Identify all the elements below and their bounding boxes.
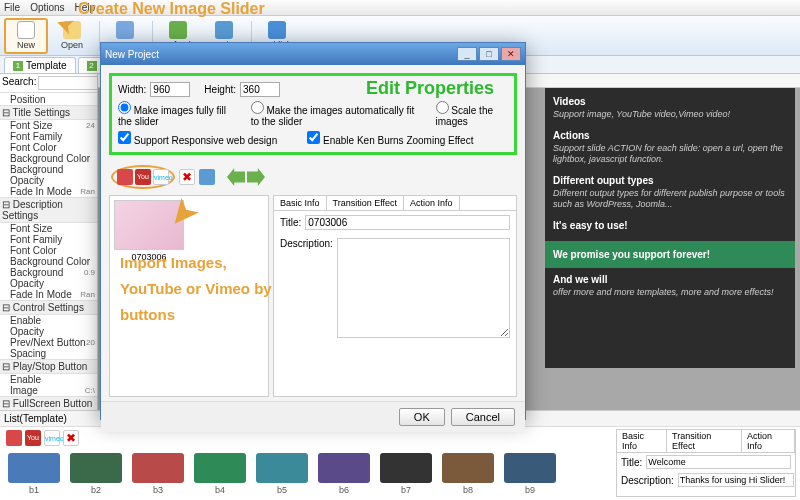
rinfo-tab-basic[interactable]: Basic Info — [617, 430, 667, 452]
edit-properties-label: Edit Properties — [366, 78, 494, 99]
menu-options[interactable]: Options — [30, 2, 64, 13]
properties-box: Edit Properties Width: Height: Make imag… — [109, 73, 517, 155]
publish-icon — [268, 21, 286, 39]
prop-ps-image[interactable]: ImageC:\ — [0, 385, 97, 396]
prop-position[interactable]: Position — [0, 94, 97, 105]
import-youtube-button[interactable]: You — [135, 169, 151, 185]
dialog-info-panel: Basic Info Transition Effect Action Info… — [273, 195, 517, 397]
add-youtube-icon[interactable]: You — [25, 430, 41, 446]
dialog-tools: You vimeo ✖ — [101, 163, 525, 191]
pv-easy-h: It's easy to use! — [553, 220, 787, 231]
rinfo-tab-transition[interactable]: Transition Effect — [667, 430, 742, 452]
grp-fullscreen[interactable]: ⊟ FullScreen Button — [0, 396, 97, 411]
search-input[interactable] — [38, 76, 98, 90]
dialog-max-button[interactable]: □ — [479, 47, 499, 61]
dlg-tab-action[interactable]: Action Info — [404, 196, 460, 210]
prop-fade[interactable]: Fade In ModeRan — [0, 186, 97, 197]
dlg-tab-transition[interactable]: Transition Effect — [327, 196, 405, 210]
thumb-caption: 0703006 — [114, 250, 184, 262]
template-thumb[interactable]: b9 — [504, 453, 556, 495]
add-image-icon[interactable] — [6, 430, 22, 446]
new-project-dialog: New Project _ □ ✕ Edit Properties Width:… — [100, 42, 526, 420]
next-arrow-icon[interactable] — [247, 168, 265, 186]
prop-d-font-color[interactable]: Font Color — [0, 245, 97, 256]
dialog-delete-button[interactable]: ✖ — [179, 169, 195, 185]
thumb-image — [114, 200, 184, 250]
prop-ps-enable[interactable]: Enable — [0, 374, 97, 385]
new-button[interactable]: New — [4, 18, 48, 54]
refresh-icon — [169, 21, 187, 39]
save-icon — [116, 21, 134, 39]
add-vimeo-icon[interactable]: vimeo — [44, 430, 60, 446]
open-button[interactable]: Open — [50, 18, 94, 54]
dialog-extra-button[interactable] — [199, 169, 215, 185]
prop-d-bg-color[interactable]: Background Color — [0, 256, 97, 267]
prop-c-spacing[interactable]: Prev/Next Button Spacing20 — [0, 337, 97, 359]
open-icon — [63, 21, 81, 39]
dlg-title-input[interactable] — [305, 215, 510, 230]
prev-arrow-icon[interactable] — [227, 168, 245, 186]
template-thumb[interactable]: b3 — [132, 453, 184, 495]
template-thumb[interactable]: b8 — [442, 453, 494, 495]
template-thumb[interactable]: b2 — [70, 453, 122, 495]
pv-promise: We promise you support forever! — [545, 241, 795, 268]
dlg-desc-input[interactable] — [337, 238, 510, 338]
dialog-title: New Project — [105, 49, 159, 60]
pv-andwe-h: And we will — [553, 274, 787, 285]
dialog-titlebar[interactable]: New Project _ □ ✕ — [101, 43, 525, 65]
new-icon — [17, 21, 35, 39]
pv-outputs-h: Different ouput types — [553, 175, 787, 186]
search-label: Search: — [2, 76, 36, 90]
check-responsive[interactable]: Support Responsive web design — [118, 131, 277, 146]
prop-c-opacity[interactable]: Opacity — [0, 326, 97, 337]
search-row: Search: — [0, 74, 97, 93]
dialog-min-button[interactable]: _ — [457, 47, 477, 61]
width-input[interactable] — [150, 82, 190, 97]
prop-font-color[interactable]: Font Color — [0, 142, 97, 153]
prop-font-size[interactable]: Font Size24 — [0, 120, 97, 131]
template-thumb[interactable]: b6 — [318, 453, 370, 495]
prop-font-family[interactable]: Font Family — [0, 131, 97, 142]
prop-d-fade[interactable]: Fade In ModeRan — [0, 289, 97, 300]
import-buttons-group: You vimeo — [111, 165, 175, 189]
tab-template[interactable]: 1Template — [4, 57, 76, 73]
radio-fit[interactable]: Make the images automatically fit to the… — [251, 101, 422, 127]
grp-title-settings[interactable]: ⊟ Title Settings — [0, 105, 97, 120]
menu-help[interactable]: Help — [75, 2, 96, 13]
dialog-image-list: 0703006 — [109, 195, 269, 397]
template-thumb[interactable]: b5 — [256, 453, 308, 495]
import-image-button[interactable] — [117, 169, 133, 185]
prop-d-bg-opacity[interactable]: Background Opacity0.9 — [0, 267, 97, 289]
grp-control-settings[interactable]: ⊟ Control Settings — [0, 300, 97, 315]
template-thumb[interactable]: b1 — [8, 453, 60, 495]
height-input[interactable] — [240, 82, 280, 97]
dialog-close-button[interactable]: ✕ — [501, 47, 521, 61]
delete-icon[interactable]: ✖ — [63, 430, 79, 446]
grp-playstop[interactable]: ⊟ Play/Stop Button — [0, 359, 97, 374]
slider-preview: VideosSupport image, YouTube video,Vimeo… — [545, 88, 795, 368]
pv-videos-h: Videos — [553, 96, 787, 107]
pv-actions-h: Actions — [553, 130, 787, 141]
rinfo-title-input[interactable] — [646, 455, 791, 469]
ok-button[interactable]: OK — [399, 408, 445, 426]
grp-desc-settings[interactable]: ⊟ Description Settings — [0, 197, 97, 223]
template-thumb[interactable]: b7 — [380, 453, 432, 495]
radio-fill[interactable]: Make images fully fill the slider — [118, 101, 237, 127]
radio-scale[interactable]: Scale the images — [436, 101, 508, 127]
prop-c-enable[interactable]: Enable — [0, 315, 97, 326]
dlg-tab-basic[interactable]: Basic Info — [274, 196, 327, 210]
template-thumb[interactable]: b4 — [194, 453, 246, 495]
preview-icon — [215, 21, 233, 39]
prop-d-font-family[interactable]: Font Family — [0, 234, 97, 245]
rinfo-desc-input[interactable] — [678, 473, 794, 487]
prop-d-font-size[interactable]: Font Size — [0, 223, 97, 234]
cancel-button[interactable]: Cancel — [451, 408, 515, 426]
menu-bar: File Options Help — [0, 0, 800, 16]
prop-bg-color[interactable]: Background Color — [0, 153, 97, 164]
check-kenburns[interactable]: Enable Ken Burns Zooming Effect — [307, 131, 473, 146]
dialog-thumb[interactable]: 0703006 — [114, 200, 184, 262]
menu-file[interactable]: File — [4, 2, 20, 13]
prop-bg-opacity[interactable]: Background Opacity — [0, 164, 97, 186]
rinfo-tab-action[interactable]: Action Info — [742, 430, 795, 452]
import-vimeo-button[interactable]: vimeo — [153, 169, 169, 185]
